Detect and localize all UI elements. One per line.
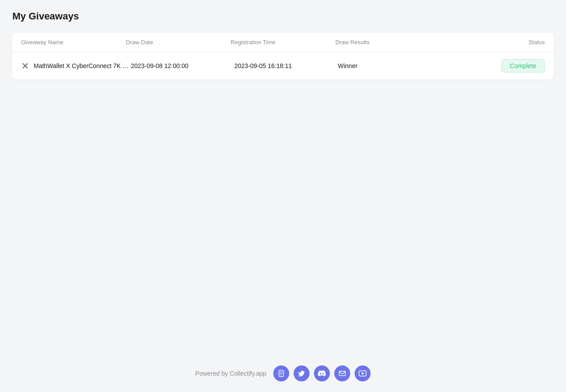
col-header-status: Status xyxy=(440,39,545,46)
giveaway-name-cell: MathWallet X CyberConnect 7K CyberTre... xyxy=(21,62,131,70)
col-header-draw-date: Draw Date xyxy=(126,39,231,46)
svg-marker-6 xyxy=(362,372,364,375)
draw-date-cell: 2023-09-08 12:00:00 xyxy=(131,62,234,69)
giveaways-table: Giveaway Name Draw Date Registration Tim… xyxy=(12,33,554,80)
table-row: MathWallet X CyberConnect 7K CyberTre...… xyxy=(12,52,554,80)
registration-time-cell: 2023-09-05 16:18:11 xyxy=(234,62,338,69)
table-header: Giveaway Name Draw Date Registration Tim… xyxy=(12,33,554,52)
powered-by-text: Powered by Collectify.app xyxy=(195,370,267,377)
col-header-draw-results: Draw Results xyxy=(335,39,440,46)
svg-rect-4 xyxy=(339,371,345,376)
giveaway-name-text: MathWallet X CyberConnect 7K CyberTre... xyxy=(34,62,131,69)
twitter-icon-button[interactable] xyxy=(294,365,310,381)
page-title: My Giveaways xyxy=(12,11,554,22)
close-icon xyxy=(21,62,29,70)
col-header-registration-time: Registration Time xyxy=(231,39,336,46)
document-icon-button[interactable] xyxy=(273,365,289,381)
mail-icon-button[interactable] xyxy=(334,365,350,381)
youtube-icon-button[interactable] xyxy=(355,365,371,381)
status-badge: Complete xyxy=(501,59,545,72)
col-header-giveaway-name: Giveaway Name xyxy=(21,39,126,46)
footer-icons xyxy=(273,365,371,381)
discord-icon-button[interactable] xyxy=(314,365,330,381)
draw-results-cell: Winner xyxy=(338,62,441,69)
footer: Powered by Collectify.app xyxy=(0,355,566,392)
status-cell: Complete xyxy=(441,59,545,72)
